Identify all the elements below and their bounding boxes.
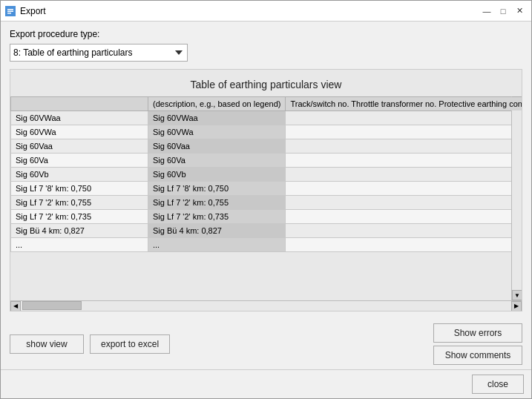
table-cell: Sig Lf 7 '2' km: 0,755 xyxy=(148,196,286,210)
close-button[interactable]: close xyxy=(472,375,524,394)
table-cell: Sig 60VWa xyxy=(148,125,286,139)
table-cell: ... xyxy=(148,238,286,252)
export-window: Export — □ ✕ Export procedure type: 8: T… xyxy=(0,0,532,399)
table-row: Sig Lf 7 '8' km: 0,750Sig Lf 7 '8' km: 0… xyxy=(11,182,522,196)
table-cell xyxy=(286,210,522,224)
scroll-left-arrow[interactable]: ◀ xyxy=(10,301,21,311)
table-cell: Sig 60VWa xyxy=(11,125,148,139)
table-scroll[interactable]: (description, e.g., based on legend) Tra… xyxy=(10,96,522,300)
table-row: Sig Lf 7 '2' km: 0,755Sig Lf 7 '2' km: 0… xyxy=(11,196,522,210)
table-cell xyxy=(286,139,522,154)
table-cell xyxy=(286,238,522,252)
table-cell: Sig 60VWaa xyxy=(148,111,286,125)
window-close-button[interactable]: ✕ xyxy=(512,4,527,18)
table-row: Sig Lf 7 '2' km: 0,735Sig Lf 7 '2' km: 0… xyxy=(11,210,522,224)
show-errors-button[interactable]: Show errors xyxy=(433,323,522,343)
table-cell: ... xyxy=(11,238,148,252)
footer: close xyxy=(1,369,531,398)
col-header-name xyxy=(11,97,148,111)
content-area: Export procedure type: 8: Table of earth… xyxy=(1,22,531,319)
table-row: Sig 60VWaSig 60VWa xyxy=(11,125,522,139)
table-cell: Sig 60Vaa xyxy=(11,139,148,154)
left-buttons: show view export to excel xyxy=(10,334,170,354)
table-cell: Sig Bü 4 km: 0,827 xyxy=(148,224,286,238)
table-cell: Sig Lf 7 '8' km: 0,750 xyxy=(11,182,148,196)
col-header-track: Track/switch no. Throttle transformer no… xyxy=(286,97,522,111)
right-buttons: Show errors Show comments xyxy=(433,323,522,365)
table-cell: Sig 60Va xyxy=(148,154,286,168)
table-cell xyxy=(286,111,522,125)
procedure-label: Export procedure type: xyxy=(10,29,522,39)
table-cell xyxy=(286,168,522,182)
table-cell: Sig 60Vb xyxy=(11,168,148,182)
table-row: Sig 60VaSig 60Va xyxy=(11,154,522,168)
export-to-excel-button[interactable]: export to excel xyxy=(90,334,170,354)
svg-rect-3 xyxy=(7,13,11,14)
scroll-track[interactable] xyxy=(512,107,522,290)
bottom-action-bar: show view export to excel Show errors Sh… xyxy=(1,319,531,369)
hscroll-track[interactable] xyxy=(21,301,511,311)
vertical-scrollbar[interactable]: ▲ ▼ xyxy=(511,96,522,300)
scroll-right-arrow[interactable]: ▶ xyxy=(511,301,522,311)
table-cell: Sig Lf 7 '8' km: 0,750 xyxy=(148,182,286,196)
table-row: Sig 60VbSig 60Vb xyxy=(11,168,522,182)
table-title: Table of earthing particulars view xyxy=(10,70,522,96)
col-header-desc: (description, e.g., based on legend) xyxy=(148,97,286,111)
main-table-area: Table of earthing particulars view (desc… xyxy=(10,69,522,311)
table-row: ...... xyxy=(11,238,522,252)
show-view-button[interactable]: show view xyxy=(10,334,84,354)
table-cell xyxy=(286,224,522,238)
show-comments-button[interactable]: Show comments xyxy=(433,346,522,365)
table-cell: Sig Lf 7 '2' km: 0,735 xyxy=(11,210,148,224)
minimize-button[interactable]: — xyxy=(479,4,494,18)
horizontal-scrollbar[interactable]: ◀ ▶ xyxy=(10,300,522,311)
table-row: Sig 60VaaSig 60Vaa xyxy=(11,139,522,154)
table-cell: Sig Lf 7 '2' km: 0,735 xyxy=(148,210,286,224)
window-icon xyxy=(5,6,16,16)
table-row: Sig Bü 4 km: 0,827Sig Bü 4 km: 0,827 xyxy=(11,224,522,238)
window-controls: — □ ✕ xyxy=(479,4,527,18)
title-bar: Export — □ ✕ xyxy=(1,1,531,22)
table-wrapper: (description, e.g., based on legend) Tra… xyxy=(10,96,522,300)
svg-rect-2 xyxy=(7,10,13,12)
data-table: (description, e.g., based on legend) Tra… xyxy=(10,96,522,252)
window-title: Export xyxy=(20,6,479,16)
svg-rect-1 xyxy=(7,9,13,10)
table-cell: Sig 60Vaa xyxy=(148,139,286,154)
table-cell: Sig 60Vb xyxy=(148,168,286,182)
dropdown-row: 8: Table of earthing particulars xyxy=(10,44,522,62)
table-cell: Sig Lf 7 '2' km: 0,755 xyxy=(11,196,148,210)
procedure-dropdown[interactable]: 8: Table of earthing particulars xyxy=(10,44,188,62)
hscroll-thumb[interactable] xyxy=(22,301,82,310)
table-cell: Sig 60VWaa xyxy=(11,111,148,125)
maximize-button[interactable]: □ xyxy=(496,4,510,18)
table-cell: Sig Bü 4 km: 0,827 xyxy=(11,224,148,238)
table-cell: Sig 60Va xyxy=(11,154,148,168)
scroll-down-arrow[interactable]: ▼ xyxy=(512,290,522,300)
table-row: Sig 60VWaaSig 60VWaa xyxy=(11,111,522,125)
table-cell xyxy=(286,125,522,139)
table-cell xyxy=(286,154,522,168)
table-cell xyxy=(286,196,522,210)
table-cell xyxy=(286,182,522,196)
